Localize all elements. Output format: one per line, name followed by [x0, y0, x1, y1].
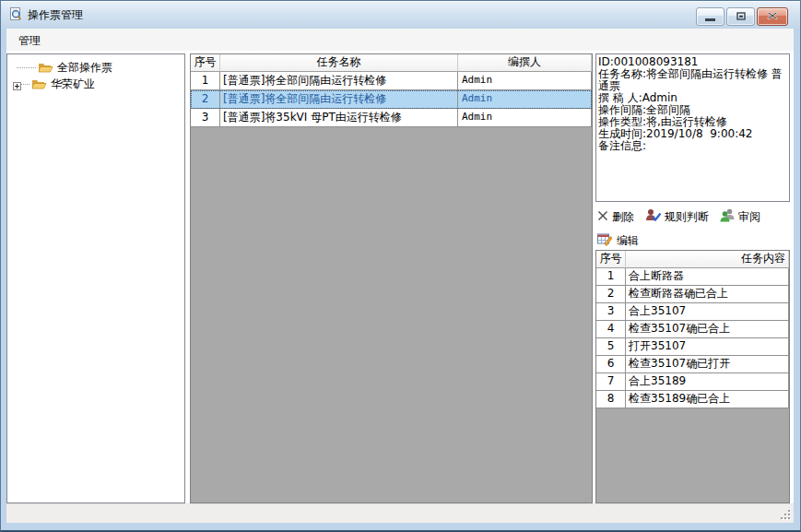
- cell-step-content: 合上断路器: [626, 268, 789, 286]
- cell-step-content: 检查35189确已合上: [626, 391, 789, 408]
- edit-label: 编辑: [617, 233, 639, 249]
- ticket-row[interactable]: 1 [普通票]将全部间隔由运行转检修 Admin: [191, 72, 592, 90]
- menu-bar: 管理: [6, 29, 794, 51]
- column-header-task-name[interactable]: 任务名称: [220, 54, 458, 72]
- column-header-no[interactable]: 序号: [191, 54, 220, 72]
- cell-step-content: 合上35189: [626, 373, 789, 391]
- cell-task-name: [普通票]将全部间隔由运行转检修: [220, 72, 458, 90]
- review-button[interactable]: 审阅: [720, 207, 760, 226]
- window-controls: [696, 7, 788, 26]
- menu-item-manage[interactable]: 管理: [15, 32, 44, 50]
- cell-step-no: 5: [596, 338, 626, 356]
- resize-grip[interactable]: [781, 510, 792, 521]
- tree-item-all-tickets[interactable]: 全部操作票: [7, 59, 184, 76]
- cell-step-no: 2: [596, 286, 626, 303]
- detail-column: ID:001008093181 任务名称:将全部间隔由运行转检修 普通票 撰 稿…: [595, 53, 790, 503]
- two-persons-icon: [720, 208, 735, 225]
- window-title: 操作票管理: [28, 7, 83, 23]
- ticket-row[interactable]: 3 [普通票]将35kVⅠ 母PT由运行转检修 Admin: [191, 109, 592, 127]
- rule-check-label: 规则判断: [665, 209, 709, 225]
- tree-item-label: 华荣矿业: [51, 77, 95, 92]
- column-header-step-content[interactable]: 任务内容: [626, 251, 789, 268]
- cell-step-content: 检查35107确已合上: [626, 321, 789, 338]
- toolbar-row-2: 编辑: [597, 231, 639, 250]
- window: 操作票管理: [0, 0, 801, 532]
- cell-task-name: [普通票]将全部间隔由运行转检修: [220, 90, 458, 109]
- close-button[interactable]: [757, 7, 788, 26]
- ticket-table-header: 序号 任务名称 编撰人: [191, 54, 592, 72]
- column-header-editor[interactable]: 编撰人: [458, 54, 592, 72]
- close-icon: [767, 10, 778, 23]
- cell-step-content: 检查断路器确已合上: [626, 286, 789, 303]
- step-row[interactable]: 6 检查35107确已打开: [596, 356, 789, 373]
- cell-step-no: 1: [596, 268, 626, 286]
- tree-connector: [21, 84, 29, 85]
- status-bar: [6, 503, 794, 523]
- maximize-button[interactable]: [726, 7, 755, 26]
- delete-x-icon: [597, 210, 608, 224]
- tree-item-label: 全部操作票: [57, 60, 112, 76]
- step-row[interactable]: 7 合上35189: [596, 373, 789, 391]
- cell-step-no: 8: [596, 391, 626, 408]
- cell-step-content: 合上35107: [626, 303, 789, 321]
- step-row[interactable]: 8 检查35189确已合上: [596, 391, 789, 408]
- maximize-icon: [736, 10, 746, 23]
- ticket-table: 序号 任务名称 编撰人 1 [普通票]将全部间隔由运行转检修 Admin 2 […: [190, 53, 593, 503]
- column-header-step-no[interactable]: 序号: [596, 251, 626, 268]
- delete-button[interactable]: 删除: [597, 207, 634, 226]
- cell-step-no: 3: [596, 303, 626, 321]
- review-label: 审阅: [738, 209, 760, 225]
- step-row[interactable]: 4 检查35107确已合上: [596, 321, 789, 338]
- minimize-button[interactable]: [696, 7, 724, 26]
- rule-check-button[interactable]: 规则判断: [645, 207, 709, 226]
- cell-task-name: [普通票]将35kVⅠ 母PT由运行转检修: [220, 109, 458, 127]
- detail-remark: 备注信息:: [598, 140, 787, 152]
- person-check-icon: [645, 208, 661, 225]
- folder-icon: [31, 78, 47, 90]
- step-row[interactable]: 5 打开35107: [596, 338, 789, 356]
- step-row[interactable]: 2 检查断路器确已合上: [596, 286, 789, 303]
- cell-no: 2: [191, 90, 220, 109]
- steps-table: 序号 任务内容 1 合上断路器 2 检查断路器确已合上 3 合上35107 4: [595, 250, 790, 503]
- ticket-row-selected[interactable]: 2 [普通票]将全部间隔由运行转检修 Admin: [191, 90, 592, 109]
- tree-connector: [17, 67, 36, 68]
- step-row[interactable]: 1 合上断路器: [596, 268, 789, 286]
- client-area: 管理 全部操作票: [6, 29, 794, 523]
- expand-plus-icon[interactable]: [13, 80, 21, 89]
- detail-panel: ID:001008093181 任务名称:将全部间隔由运行转检修 普通票 撰 稿…: [595, 53, 790, 202]
- cell-editor: Admin: [458, 72, 592, 90]
- cell-step-no: 6: [596, 356, 626, 373]
- folder-icon: [38, 62, 53, 74]
- edit-button[interactable]: 编辑: [597, 231, 639, 250]
- step-row[interactable]: 3 合上35107: [596, 303, 789, 321]
- cell-step-no: 4: [596, 321, 626, 338]
- cell-editor: Admin: [458, 90, 592, 109]
- cell-no: 3: [191, 109, 220, 127]
- tree-panel: 全部操作票 华荣矿业: [6, 53, 185, 503]
- search-document-icon: [8, 6, 23, 21]
- delete-label: 删除: [612, 209, 634, 225]
- toolbar-row-1: 删除 规则判断: [597, 207, 760, 226]
- cell-editor: Admin: [458, 109, 592, 127]
- detail-task-name: 任务名称:将全部间隔由运行转检修 普通票: [598, 68, 787, 92]
- steps-table-header: 序号 任务内容: [596, 251, 789, 268]
- title-bar[interactable]: 操作票管理: [1, 1, 800, 29]
- minimize-icon: [705, 18, 715, 21]
- cell-step-no: 7: [596, 373, 626, 391]
- cell-no: 1: [191, 72, 220, 90]
- cell-step-content: 打开35107: [626, 338, 789, 356]
- edit-table-pencil-icon: [597, 232, 613, 249]
- cell-step-content: 检查35107确已打开: [626, 356, 789, 373]
- tree-item-huarong[interactable]: 华荣矿业: [7, 76, 184, 92]
